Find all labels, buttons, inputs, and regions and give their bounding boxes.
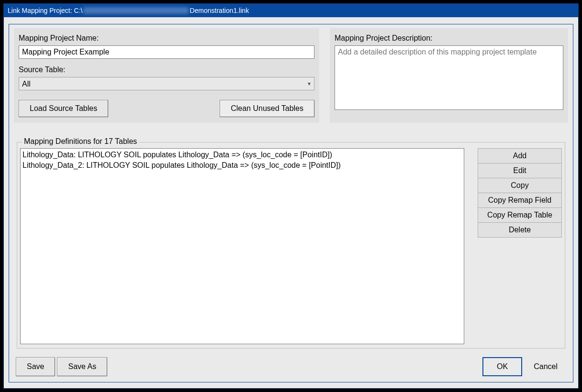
mapping-definitions-group: Mapping Definitions for 17 Tables Lithol… (17, 142, 565, 348)
label-project-name: Mapping Project Name: (19, 34, 314, 43)
save-as-button[interactable]: Save As (57, 357, 107, 376)
project-description-textarea[interactable] (335, 45, 563, 110)
mapping-side-buttons: Add Edit Copy Copy Remap Field Copy Rema… (478, 148, 562, 344)
load-source-tables-button[interactable]: Load Source Tables (19, 100, 108, 117)
client-area: Mapping Project Name: Source Table: All … (4, 17, 578, 388)
title-redacted-path (83, 7, 189, 14)
mapping-definitions-title: Mapping Definitions for 17 Tables (22, 137, 139, 146)
title-suffix: Demonstration1.link (190, 4, 249, 17)
save-button[interactable]: Save (16, 357, 55, 376)
panel-project-description: Mapping Project Description: (330, 28, 568, 123)
project-name-input[interactable] (19, 45, 314, 59)
ok-button[interactable]: OK (482, 357, 522, 376)
title-bar: Link Mapping Project: C:\ Demonstration1… (4, 4, 578, 17)
window: Link Mapping Project: C:\ Demonstration1… (3, 3, 579, 389)
label-project-description: Mapping Project Description: (335, 34, 563, 43)
edit-button[interactable]: Edit (478, 163, 562, 178)
copy-remap-table-button[interactable]: Copy Remap Table (478, 208, 562, 223)
inner-panel: Mapping Project Name: Source Table: All … (9, 24, 573, 382)
copy-remap-field-button[interactable]: Copy Remap Field (478, 193, 562, 208)
add-button[interactable]: Add (478, 148, 562, 163)
source-table-select[interactable]: All (19, 77, 314, 90)
clean-unused-tables-button[interactable]: Clean Unused Tables (220, 100, 314, 117)
title-prefix: Link Mapping Project: C:\ (8, 4, 82, 17)
mapping-definitions-list[interactable]: Lithology_Data: LITHOLOGY SOIL populates… (20, 148, 464, 344)
delete-button[interactable]: Delete (478, 223, 562, 238)
cancel-button[interactable]: Cancel (525, 357, 566, 376)
panel-project-name: Mapping Project Name: Source Table: All … (14, 28, 319, 123)
list-item[interactable]: Lithology_Data_2: LITHOLOGY SOIL populat… (22, 160, 462, 171)
label-source-table: Source Table: (19, 65, 314, 74)
list-item[interactable]: Lithology_Data: LITHOLOGY SOIL populates… (22, 150, 462, 160)
copy-button[interactable]: Copy (478, 178, 562, 193)
